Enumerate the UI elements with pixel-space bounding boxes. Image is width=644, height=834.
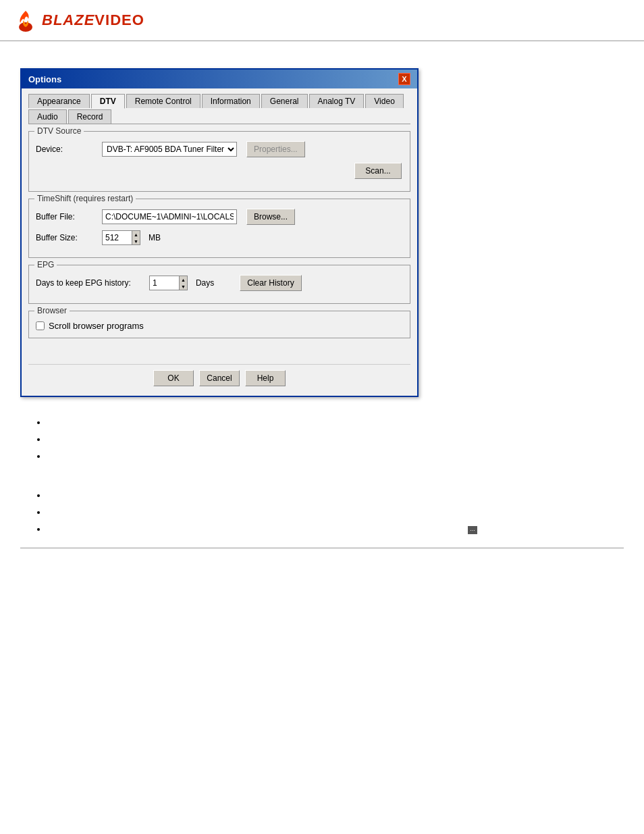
footer-text (20, 555, 624, 565)
buffer-file-row: Buffer File: Browse... (36, 209, 403, 225)
inline-dots-icon: ··· (468, 526, 477, 534)
bullet-item (47, 507, 624, 517)
dialog-titlebar: Options X (22, 70, 417, 88)
buffer-file-label: Buffer File: (36, 212, 97, 221)
dialog-buttons: OK Cancel Help (28, 364, 410, 389)
timeshift-legend: TimeShift (requires restart) (34, 194, 136, 203)
epg-days-arrows: ▲ ▼ (180, 276, 188, 290)
scroll-browser-label: Scroll browser programs (49, 321, 144, 331)
tab-audio[interactable]: Audio (28, 109, 67, 124)
epg-days-input[interactable] (149, 276, 180, 290)
bullet-list-2: ··· (34, 490, 624, 534)
clear-history-button[interactable]: Clear History (240, 275, 301, 291)
buffer-size-unit: MB (149, 233, 161, 242)
buffer-size-spinner: ▲ ▼ (102, 230, 140, 245)
bullet-item (47, 434, 624, 444)
bullet-list-1 (34, 417, 624, 461)
properties-button[interactable]: Properties... (246, 141, 305, 157)
tab-dtv[interactable]: DTV (91, 94, 125, 109)
buffer-size-row: Buffer Size: ▲ ▼ MB (36, 230, 403, 245)
tab-information[interactable]: Information (202, 94, 260, 108)
device-row: Device: DVB-T: AF9005 BDA Tuner Filter P… (36, 141, 403, 157)
dtv-source-legend: DTV Source (34, 126, 84, 136)
buffer-size-up-arrow[interactable]: ▲ (132, 231, 140, 238)
epg-days-row: Days to keep EPG history: ▲ ▼ Days Clear… (36, 275, 403, 291)
dialog-title: Options (28, 74, 61, 84)
epg-days-spinner: ▲ ▼ (149, 276, 188, 290)
footer-divider (20, 548, 624, 548)
scroll-browser-checkbox[interactable] (36, 321, 45, 330)
logo-text: BlazeVideo (42, 11, 144, 29)
bullet-item (47, 490, 624, 500)
options-dialog: Options X Appearance DTV Remote Control … (20, 68, 419, 397)
browse-button[interactable]: Browse... (246, 209, 295, 225)
epg-days-up-arrow[interactable]: ▲ (180, 276, 187, 283)
buffer-size-arrows: ▲ ▼ (132, 230, 140, 245)
tab-video[interactable]: Video (365, 94, 403, 108)
bullets-section-1 (34, 417, 624, 461)
epg-group: EPG Days to keep EPG history: ▲ ▼ Days C… (28, 265, 410, 304)
help-button[interactable]: Help (245, 370, 286, 386)
header: BlazeVideo (0, 0, 644, 41)
device-dropdown[interactable]: DVB-T: AF9005 BDA Tuner Filter (102, 142, 237, 157)
browser-legend: Browser (34, 306, 70, 315)
ok-button[interactable]: OK (153, 370, 194, 386)
main-content: Options X Appearance DTV Remote Control … (0, 55, 644, 574)
buffer-file-input[interactable] (102, 209, 237, 224)
scan-button[interactable]: Scan... (354, 163, 402, 179)
bullet-item (47, 451, 624, 461)
dtv-source-group: DTV Source Device: DVB-T: AF9005 BDA Tun… (28, 131, 410, 192)
logo: BlazeVideo (14, 8, 144, 32)
tab-record[interactable]: Record (68, 109, 112, 124)
device-label: Device: (36, 145, 97, 154)
epg-days-label: Days to keep EPG history: (36, 278, 144, 288)
flame-icon (14, 8, 38, 32)
tabs-row: Appearance DTV Remote Control Informatio… (28, 94, 410, 124)
tab-appearance[interactable]: Appearance (28, 94, 90, 108)
close-button[interactable]: X (398, 73, 410, 85)
timeshift-group: TimeShift (requires restart) Buffer File… (28, 199, 410, 258)
tab-remote-control[interactable]: Remote Control (126, 94, 200, 108)
bullet-item (47, 417, 624, 427)
tab-analog-tv[interactable]: Analog TV (309, 94, 365, 108)
buffer-size-input[interactable] (102, 230, 132, 245)
epg-days-down-arrow[interactable]: ▼ (180, 283, 187, 290)
epg-legend: EPG (34, 260, 57, 269)
cancel-button[interactable]: Cancel (199, 370, 240, 386)
bullets-section-2: ··· (34, 475, 624, 534)
buffer-size-down-arrow[interactable]: ▼ (132, 238, 140, 244)
tab-general[interactable]: General (261, 94, 308, 108)
browser-group: Browser Scroll browser programs (28, 311, 410, 338)
buffer-size-label: Buffer Size: (36, 233, 97, 242)
scroll-browser-row: Scroll browser programs (36, 321, 403, 331)
dialog-body: Appearance DTV Remote Control Informatio… (22, 88, 417, 396)
bullet-item: ··· (47, 524, 624, 534)
scan-row: Scan... (36, 163, 403, 179)
epg-days-unit: Days (196, 278, 214, 288)
section-intro-text (34, 475, 624, 485)
dialog-spacer (28, 345, 410, 359)
